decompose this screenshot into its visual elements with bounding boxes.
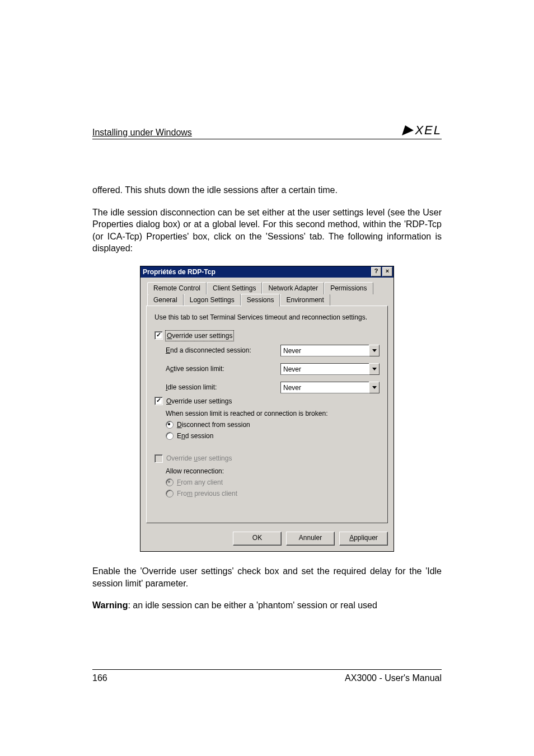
end-session-radio[interactable] <box>166 432 174 440</box>
tab-remote-control[interactable]: Remote Control <box>147 282 207 294</box>
cancel-button[interactable]: Annuler <box>286 532 335 546</box>
idle-session-limit-value: Never <box>280 382 369 393</box>
override-user-settings-3-label: Override user settings <box>166 454 232 463</box>
paragraph-2: The idle session disconnection can be se… <box>92 206 442 255</box>
tab-general[interactable]: General <box>147 294 184 306</box>
paragraph-1: offered. This shuts down the idle sessio… <box>92 184 442 196</box>
end-disconnected-value: Never <box>280 345 369 356</box>
override-user-settings-1-checkbox[interactable]: ✓ <box>154 331 163 340</box>
page-number: 166 <box>92 673 107 683</box>
panel-intro: Use this tab to set Terminal Services ti… <box>154 313 380 322</box>
from-any-client-radio <box>166 478 174 486</box>
chevron-down-icon[interactable] <box>369 345 380 356</box>
logo-triangle-icon <box>402 125 415 135</box>
override-user-settings-2-checkbox[interactable]: ✓ <box>154 397 163 405</box>
close-button[interactable]: × <box>382 267 392 276</box>
page-header: Installing under Windows XEL <box>92 123 442 139</box>
ok-button[interactable]: OK <box>233 532 282 546</box>
rdp-tcp-properties-dialog: Propriétés de RDP-Tcp ? × Remote Control… <box>140 266 394 552</box>
active-session-limit-combo[interactable]: Never <box>280 363 380 375</box>
override-user-settings-1-label: Override user settings <box>166 331 233 340</box>
tab-environment[interactable]: Environment <box>280 294 330 306</box>
manual-name: AX3000 - User's Manual <box>345 673 442 683</box>
page-header-title: Installing under Windows <box>92 128 192 138</box>
disconnect-from-session-radio[interactable] <box>166 421 174 429</box>
paragraph-3: Enable the 'Override user settings' chec… <box>92 565 442 589</box>
active-session-limit-value: Never <box>280 363 369 375</box>
help-button[interactable]: ? <box>371 267 381 276</box>
tab-permissions[interactable]: Permissions <box>324 282 373 294</box>
idle-session-limit-label: Idle session limit: <box>154 383 280 392</box>
from-previous-client-radio <box>166 490 174 497</box>
chevron-down-icon[interactable] <box>369 382 380 393</box>
disconnect-from-session-label: Disconnect from session <box>177 420 250 429</box>
dialog-titlebar[interactable]: Propriétés de RDP-Tcp ? × <box>140 266 394 278</box>
logo-text: XEL <box>415 123 442 138</box>
apply-button[interactable]: Appliquer <box>339 532 388 546</box>
tab-network-adapter[interactable]: Network Adapter <box>262 282 324 294</box>
body-copy: offered. This shuts down the idle sessio… <box>92 184 442 612</box>
brand-logo: XEL <box>404 123 442 138</box>
end-session-label: End session <box>177 431 213 440</box>
tab-logon-settings[interactable]: Logon Settings <box>184 294 241 306</box>
paragraph-4: Warning: an idle session can be either a… <box>92 599 442 612</box>
active-session-limit-label: Active session limit: <box>154 364 280 373</box>
tab-client-settings[interactable]: Client Settings <box>207 282 262 294</box>
from-any-client-label: From any client <box>177 478 223 487</box>
page-footer: 166 AX3000 - User's Manual <box>92 669 442 683</box>
dialog-title: Propriétés de RDP-Tcp <box>143 267 216 276</box>
chevron-down-icon[interactable] <box>369 363 380 375</box>
end-disconnected-combo[interactable]: Never <box>280 345 380 356</box>
idle-session-limit-combo[interactable]: Never <box>280 382 380 393</box>
allow-reconnection-text: Allow reconnection: <box>154 467 380 476</box>
from-previous-client-label: From previous client <box>177 489 237 498</box>
override-user-settings-3-checkbox[interactable] <box>154 454 163 463</box>
end-disconnected-label: End a disconnected session: <box>154 346 280 355</box>
tabs: Remote Control Client Settings Network A… <box>146 282 388 524</box>
sessions-tab-panel: Use this tab to set Terminal Services ti… <box>146 306 388 523</box>
override-user-settings-2-label: Override user settings <box>166 397 232 406</box>
when-broken-text: When session limit is reached or connect… <box>154 409 380 418</box>
tab-sessions[interactable]: Sessions <box>241 294 280 307</box>
